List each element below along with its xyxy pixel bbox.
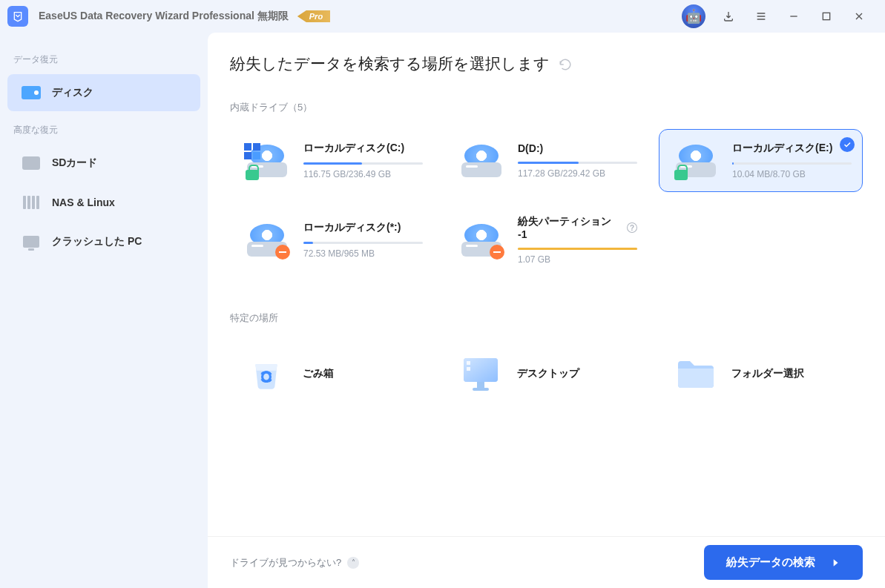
main-panel: 紛失したデータを検索する場所を選択します 内蔵ドライブ（5） ローカルディスク(… [208, 33, 885, 588]
refresh-icon[interactable] [559, 57, 572, 70]
svg-rect-5 [467, 361, 470, 365]
footer-help-text: ドライブが見つからない? [230, 556, 341, 569]
drive-meta: 10.04 MB/8.70 GB [732, 169, 852, 179]
crashed-pc-icon [21, 234, 42, 250]
app-title: EaseUS Data Recovery Wizard Professional… [39, 10, 289, 23]
sidebar: データ復元 ディスク 高度な復元 SDカード NAS & Linux クラッシュ… [0, 33, 208, 588]
sidebar-item-label: ディスク [52, 86, 93, 99]
sidebar-item-disk[interactable]: ディスク [7, 74, 200, 111]
drive-usage-bar [732, 162, 852, 165]
drive-info: D(D:)117.28 GB/229.42 GB [518, 142, 637, 179]
drive-meta: 72.53 MB/965 MB [303, 248, 423, 259]
footer: ドライブが見つからない? ˄ 紛失データの検索 [208, 536, 885, 588]
help-icon[interactable]: ? [627, 222, 637, 233]
drive-grid: ローカルディスク(C:)116.75 GB/236.49 GBD(D:)117.… [230, 129, 863, 277]
drive-info: ローカルディスク(E:)10.04 MB/8.70 GB [732, 142, 852, 179]
page-title: 紛失したデータを検索する場所を選択します [230, 53, 550, 74]
scan-button-label: 紛失データの検索 [726, 555, 815, 569]
sidebar-item-crashed-pc[interactable]: クラッシュした PC [7, 223, 200, 260]
drive-title: ローカルディスク(C:) [303, 142, 423, 155]
drive-usage-bar [303, 162, 423, 165]
download-icon[interactable] [719, 7, 738, 26]
desktop-icon [455, 351, 507, 396]
sidebar-item-label: クラッシュした PC [52, 235, 142, 248]
drive-card[interactable]: 紛失パーティション -1?1.07 GB [444, 202, 648, 277]
pro-badge: Pro [297, 10, 330, 22]
drive-card[interactable]: ローカルディスク(E:)10.04 MB/8.70 GB [659, 129, 863, 192]
maximize-icon[interactable] [817, 7, 836, 26]
minimize-icon[interactable] [784, 7, 803, 26]
footer-help-link[interactable]: ドライブが見つからない? ˄ [230, 556, 359, 569]
check-icon [840, 137, 855, 152]
sidebar-section-data-recovery: データ復元 [0, 43, 208, 72]
page-title-row: 紛失したデータを検索する場所を選択します [230, 53, 863, 74]
drive-icon [241, 145, 293, 177]
drive-info: ローカルディスク(C:)116.75 GB/236.49 GB [303, 142, 423, 179]
drive-card[interactable]: ローカルディスク(C:)116.75 GB/236.49 GB [230, 129, 434, 192]
sidebar-item-label: SDカード [52, 156, 97, 170]
location-desktop[interactable]: デスクトップ [444, 344, 648, 403]
location-folder[interactable]: フォルダー選択 [659, 344, 863, 403]
drive-card[interactable]: ローカルディスク(*:)72.53 MB/965 MB [230, 202, 434, 277]
svg-rect-3 [477, 382, 484, 388]
location-label: ごみ箱 [303, 367, 334, 380]
svg-rect-4 [473, 388, 489, 391]
drive-meta: 117.28 GB/229.42 GB [518, 168, 637, 179]
locations-grid: ごみ箱 デスクトップ フォルダー選択 [230, 344, 863, 403]
avatar-icon[interactable]: 🤖 [682, 4, 705, 28]
sidebar-section-advanced: 高度な復元 [0, 113, 208, 142]
close-icon[interactable] [849, 7, 869, 26]
section-internal-drives: 内蔵ドライブ（5） [230, 101, 863, 114]
drive-title: ローカルディスク(E:) [732, 142, 852, 155]
sidebar-item-label: NAS & Linux [52, 196, 115, 208]
location-trash[interactable]: ごみ箱 [230, 344, 434, 403]
svg-rect-0 [823, 13, 829, 19]
drive-icon [455, 224, 507, 257]
nas-icon [21, 194, 42, 211]
drive-usage-bar [518, 162, 637, 164]
drive-meta: 1.07 GB [518, 254, 637, 265]
drive-usage-bar [303, 242, 423, 244]
drive-info: 紛失パーティション -1?1.07 GB [518, 215, 637, 265]
drive-info: ローカルディスク(*:)72.53 MB/965 MB [303, 221, 423, 259]
drive-title: ローカルディスク(*:) [303, 221, 423, 234]
drive-icon [241, 224, 293, 257]
menu-icon[interactable] [751, 7, 771, 26]
drive-title: D(D:) [518, 142, 637, 154]
sd-card-icon [21, 155, 42, 171]
drive-meta: 116.75 GB/236.49 GB [303, 169, 423, 179]
drive-card[interactable]: D(D:)117.28 GB/229.42 GB [444, 129, 648, 192]
sidebar-item-sd[interactable]: SDカード [7, 145, 200, 182]
titlebar: EaseUS Data Recovery Wizard Professional… [0, 0, 885, 33]
disk-icon [21, 85, 42, 101]
sidebar-item-nas[interactable]: NAS & Linux [7, 184, 200, 221]
section-locations: 特定の場所 [230, 311, 863, 325]
drive-title: 紛失パーティション -1? [518, 215, 637, 240]
app-logo-icon [7, 6, 28, 27]
location-label: フォルダー選択 [731, 367, 804, 380]
scan-button[interactable]: 紛失データの検索 [704, 545, 863, 580]
chevron-up-icon: ˄ [347, 557, 359, 569]
folder-icon [669, 351, 721, 396]
drive-icon [670, 145, 722, 177]
location-label: デスクトップ [517, 367, 579, 380]
drive-icon [455, 145, 507, 177]
svg-rect-6 [467, 367, 470, 371]
trash-icon [240, 351, 292, 396]
drive-usage-bar [518, 248, 637, 250]
